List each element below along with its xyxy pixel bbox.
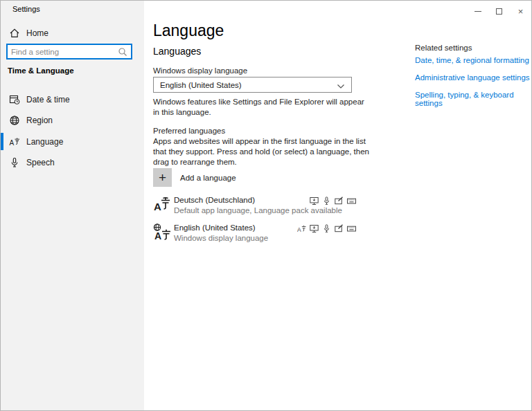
preferred-languages-description: Apps and websites will appear in the fir… (153, 136, 376, 167)
microphone-icon (322, 223, 331, 232)
sidebar: Settings Home Time & Language Date & tim… (1, 1, 144, 411)
keyboard-icon (347, 196, 356, 205)
globe-icon (9, 115, 20, 126)
close-button[interactable]: × (510, 1, 531, 21)
handwriting-icon (335, 196, 344, 205)
close-icon: × (518, 7, 524, 16)
preferred-languages-label: Preferred languages (153, 127, 225, 135)
window-title: Settings (12, 5, 40, 13)
display-language-label: Windows display language (153, 66, 247, 75)
microphone-icon (9, 157, 20, 168)
related-link-regional-formatting[interactable]: Date, time, & regional formatting (415, 56, 529, 64)
display-language-value: English (United States) (154, 81, 337, 89)
sidebar-item-date-time[interactable]: Date & time (1, 89, 144, 109)
display-language-dropdown[interactable]: English (United States) (153, 77, 352, 93)
minimize-icon (475, 11, 481, 12)
sidebar-item-region[interactable]: Region (1, 110, 144, 130)
svg-text:A: A (10, 139, 15, 147)
chevron-down-icon (337, 81, 345, 89)
globe-translate-icon: A (153, 223, 171, 241)
text-language-icon: A (9, 136, 20, 147)
minimize-button[interactable] (467, 1, 488, 21)
sidebar-item-label: Speech (26, 158, 55, 167)
home-icon (9, 28, 20, 39)
language-feature-icons-deutsch (310, 196, 356, 205)
search-input[interactable] (8, 48, 117, 56)
keyboard-icon (347, 223, 356, 232)
related-link-spelling-typing[interactable]: Spelling, typing, & keyboard settings (415, 91, 531, 107)
sidebar-item-label: Date & time (26, 95, 70, 104)
sidebar-item-speech[interactable]: Speech (1, 152, 144, 172)
maximize-icon (496, 8, 502, 15)
svg-text:A: A (297, 226, 301, 233)
handwriting-icon (335, 223, 344, 232)
languages-section-title: Languages (153, 46, 201, 57)
translate-icon: A (153, 195, 171, 213)
add-language-label: Add a language (180, 174, 236, 182)
maximize-button[interactable] (488, 1, 510, 21)
add-language-button[interactable]: + Add a language (153, 168, 236, 187)
display-language-description: Windows features like Settings and File … (153, 97, 369, 118)
related-settings-title: Related settings (415, 44, 472, 52)
sidebar-item-home[interactable]: Home (1, 23, 144, 43)
related-link-administrative[interactable]: Administrative language settings (415, 73, 530, 82)
language-status: Default app language, Language pack avai… (174, 206, 354, 215)
sidebar-group-title: Time & Language (8, 66, 74, 75)
language-feature-icons-english: A (297, 223, 356, 232)
window-controls: × (467, 1, 531, 21)
page-title: Language (153, 21, 224, 40)
svg-text:A: A (154, 230, 161, 241)
calendar-clock-icon (9, 94, 20, 105)
microphone-icon (322, 196, 331, 205)
language-status: Windows display language (174, 233, 354, 243)
settings-window: Settings Home Time & Language Date & tim… (0, 0, 532, 411)
text-language-icon: A (297, 223, 306, 232)
search-icon[interactable] (117, 46, 128, 57)
sidebar-item-language[interactable]: A Language (1, 131, 144, 152)
sidebar-item-label: Language (26, 137, 63, 147)
sidebar-item-label: Home (26, 28, 48, 38)
plus-icon: + (153, 168, 172, 187)
display-icon (310, 223, 319, 232)
display-icon (310, 196, 319, 205)
sidebar-item-label: Region (26, 116, 53, 125)
search-box (6, 44, 132, 60)
svg-text:A: A (154, 201, 161, 212)
